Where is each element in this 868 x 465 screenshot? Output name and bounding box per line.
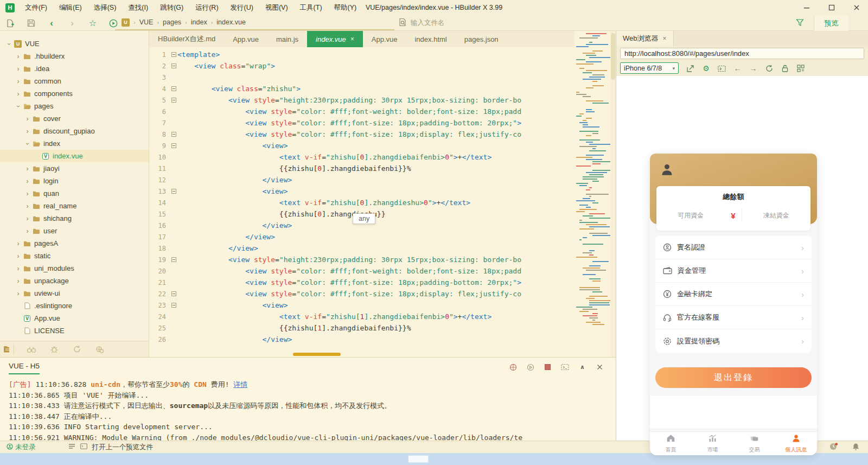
refresh-icon[interactable] [72, 344, 82, 355]
console-link[interactable]: 详情 [233, 380, 247, 388]
menu-item[interactable]: 视图(V) [259, 0, 294, 15]
tree-item-vue[interactable]: ›UVUE [0, 37, 149, 50]
tree-item-realname[interactable]: ›real_name [0, 200, 149, 212]
breadcrumb-item[interactable]: index [191, 18, 207, 26]
url-input[interactable] [620, 48, 864, 59]
search-binoculars-icon[interactable] [26, 344, 37, 355]
file-search[interactable]: 输入文件名 [399, 15, 724, 31]
browser-tab[interactable]: Web浏览器 × [616, 31, 674, 46]
tree-item-components[interactable]: ›components [0, 87, 149, 100]
fold-marker-icon[interactable] [170, 52, 177, 57]
close-button[interactable] [853, 4, 860, 11]
fold-marker-icon[interactable] [170, 303, 177, 308]
menu-item[interactable]: 帮助(Y) [328, 0, 363, 15]
tree-item-uviewui[interactable]: ›uview-ui [0, 287, 149, 300]
tree-item-jiaoyi[interactable]: ›jiaoyi [0, 162, 149, 175]
menu-item[interactable]: 工具(T) [294, 0, 328, 15]
outline-list-icon[interactable] [68, 443, 75, 451]
menu-item-金融卡綁定[interactable]: 金融卡綁定› [655, 283, 812, 306]
tree-item-login[interactable]: ›login [0, 175, 149, 187]
tabbar-item-市場[interactable]: 市場 [692, 432, 733, 455]
tree-item-static[interactable]: ›static [0, 250, 149, 262]
editor-vertical-scrollbar[interactable] [610, 31, 616, 357]
new-file-icon[interactable] [5, 18, 15, 28]
fold-marker-icon[interactable] [170, 143, 177, 148]
filter-icon[interactable] [796, 18, 804, 29]
code-editor[interactable]: HBuilderX自述.mdApp.vuemain.jsindex.vue×Ap… [149, 31, 616, 357]
tree-item-shichang[interactable]: ›shichang [0, 212, 149, 225]
editor-tab-appvue[interactable]: App.vue [363, 31, 406, 47]
menu-item[interactable]: 发行(U) [225, 0, 259, 15]
code-area[interactable]: 1<template>2 <view class="wrap">34 <view… [149, 47, 616, 357]
menu-item-資金管理[interactable]: 資金管理› [655, 259, 812, 283]
collapse-icon[interactable]: ∧ [578, 363, 586, 371]
menu-item[interactable]: 编辑(E) [53, 0, 88, 15]
forward-icon[interactable]: → [749, 64, 758, 73]
tree-item-eslintignore[interactable]: .eslintignore [0, 300, 149, 312]
editor-tab-pagesjson[interactable]: pages.json [456, 31, 507, 47]
tree-item-index[interactable]: ›index [0, 137, 149, 150]
logout-button[interactable]: 退出登錄 [655, 367, 812, 388]
terminal-icon[interactable] [717, 64, 726, 73]
tabbar-item-首頁[interactable]: 首頁 [650, 432, 692, 455]
notification-bell-icon[interactable] [852, 443, 859, 452]
tabbar-item-交易[interactable]: 交易 [733, 432, 775, 455]
open-previous-preview[interactable]: 打开上一个预览文件 [92, 443, 154, 452]
back-icon[interactable]: ← [733, 64, 742, 73]
tree-item-pagesa[interactable]: ›pagesA [0, 237, 149, 250]
menu-item[interactable]: 运行(R) [189, 0, 224, 15]
menu-item[interactable]: 跳转(G) [154, 0, 189, 15]
menu-item[interactable]: 选择(S) [88, 0, 123, 15]
editor-horizontal-scrollbar[interactable] [293, 353, 341, 356]
refresh-icon[interactable] [764, 64, 774, 73]
forward-icon[interactable]: › [67, 18, 77, 28]
menu-item[interactable]: 查找(I) [122, 0, 154, 15]
fold-marker-icon[interactable] [170, 257, 177, 262]
breadcrumb-item[interactable]: pages [163, 18, 181, 26]
open-external-icon[interactable] [686, 64, 695, 73]
tree-item-appvue[interactable]: VApp.vue [0, 312, 149, 324]
preview-button[interactable]: 预览 [814, 15, 848, 31]
device-select[interactable]: iPhone 6/7/8▾ [620, 62, 679, 74]
fold-marker-icon[interactable] [170, 98, 177, 103]
fold-marker-icon[interactable] [170, 86, 177, 91]
tabbar-item-個人訊息[interactable]: 個人訊息 [775, 432, 817, 455]
unlock-icon[interactable] [780, 64, 789, 73]
browser-tab-close-icon[interactable]: × [663, 35, 667, 42]
save-icon[interactable] [26, 18, 36, 28]
login-status[interactable]: 未登录 [7, 443, 36, 452]
fold-marker-icon[interactable] [170, 132, 177, 137]
editor-tab-indexvue[interactable]: index.vue× [307, 31, 363, 47]
tree-item-common[interactable]: ›common [0, 75, 149, 87]
menu-item-設置提領密碼[interactable]: 設置提領密碼› [655, 329, 812, 353]
menu-item[interactable]: 文件(F) [19, 0, 53, 15]
breadcrumb-item[interactable]: VUE [139, 18, 154, 26]
terminal-panel-icon[interactable] [80, 443, 87, 451]
run-circle-icon[interactable] [526, 363, 534, 371]
tree-item-pages[interactable]: ›pages [0, 100, 149, 112]
stop-icon[interactable] [544, 363, 552, 371]
debug-icon[interactable] [509, 363, 517, 371]
debug-bug-icon[interactable] [49, 344, 60, 355]
tree-item-discountgupiao[interactable]: ›discount_gupiao [0, 125, 149, 137]
minimap[interactable] [575, 31, 610, 328]
editor-tab-mainjs[interactable]: main.js [267, 31, 307, 47]
close-icon[interactable] [596, 363, 604, 371]
tree-item-unimodules[interactable]: ›uni_modules [0, 262, 149, 275]
tree-item-indexvue[interactable]: Vindex.vue [0, 150, 149, 162]
maximize-button[interactable] [828, 4, 835, 11]
tree-item-hbuilderx[interactable]: ›.hbuilderx [0, 50, 149, 62]
editor-tab-indexhtml[interactable]: index.html [406, 31, 455, 47]
menu-item-官方在線客服[interactable]: 官方在線客服› [655, 306, 812, 329]
qrcode-icon[interactable] [796, 64, 805, 73]
back-icon[interactable]: ‹ [47, 18, 56, 28]
breadcrumb-item[interactable]: index.vue [216, 18, 246, 26]
fold-marker-icon[interactable] [170, 189, 177, 194]
editor-tab-appvue[interactable]: App.vue [224, 31, 267, 47]
menu-item-實名認證[interactable]: 實名認證› [655, 236, 812, 259]
fold-marker-icon[interactable] [170, 291, 177, 296]
star-icon[interactable]: ☆ [88, 18, 98, 28]
minimize-button[interactable] [803, 4, 810, 11]
history-clock-icon[interactable] [829, 443, 838, 452]
tab-close-icon[interactable]: × [350, 35, 354, 43]
